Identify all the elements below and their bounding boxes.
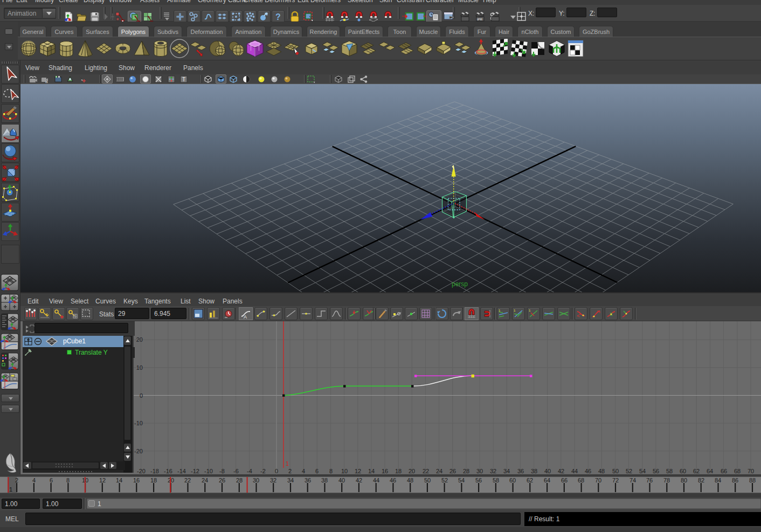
svg-text:32: 32 xyxy=(490,468,496,474)
svg-text:36: 36 xyxy=(305,477,311,483)
svg-text:-20: -20 xyxy=(137,468,146,474)
svg-text:60: 60 xyxy=(509,477,516,483)
svg-text:30: 30 xyxy=(253,477,259,483)
svg-text:6: 6 xyxy=(50,477,53,483)
svg-text:-4: -4 xyxy=(247,468,252,474)
svg-text:38: 38 xyxy=(321,477,328,483)
svg-text:1: 1 xyxy=(514,309,516,312)
svg-text:62: 62 xyxy=(527,477,533,483)
svg-text:30: 30 xyxy=(476,468,483,474)
svg-text:persp: persp xyxy=(452,280,468,288)
svg-text:42: 42 xyxy=(356,477,362,483)
svg-text:78: 78 xyxy=(663,477,670,483)
svg-text:58: 58 xyxy=(666,468,673,474)
svg-text:42: 42 xyxy=(558,468,564,474)
svg-text:12: 12 xyxy=(355,468,361,474)
svg-text:-10: -10 xyxy=(204,468,213,474)
svg-text:10: 10 xyxy=(136,364,143,371)
svg-text:4: 4 xyxy=(302,468,305,474)
svg-text:-8: -8 xyxy=(219,468,225,474)
svg-text:22: 22 xyxy=(184,477,191,483)
svg-text:34: 34 xyxy=(503,468,510,474)
svg-text:72: 72 xyxy=(612,477,619,483)
svg-text:-16: -16 xyxy=(164,468,172,474)
svg-text:-6: -6 xyxy=(233,468,239,474)
svg-text:70: 70 xyxy=(748,468,754,474)
svg-text:14: 14 xyxy=(116,477,122,483)
svg-text:76: 76 xyxy=(646,477,653,483)
svg-text:16: 16 xyxy=(133,477,140,483)
svg-text:54: 54 xyxy=(458,477,465,483)
svg-text:62: 62 xyxy=(693,468,700,474)
svg-text:18: 18 xyxy=(395,468,402,474)
svg-text:16: 16 xyxy=(382,468,388,474)
svg-text:14: 14 xyxy=(368,468,375,474)
svg-text:68: 68 xyxy=(578,477,584,483)
svg-text:-18: -18 xyxy=(150,468,159,474)
svg-text:82: 82 xyxy=(698,477,704,483)
svg-text:64: 64 xyxy=(544,477,550,483)
svg-text:12: 12 xyxy=(99,477,106,483)
svg-text:6: 6 xyxy=(315,468,319,474)
svg-text:18: 18 xyxy=(150,477,157,483)
svg-text:44: 44 xyxy=(571,468,578,474)
svg-text:1: 1 xyxy=(499,309,501,312)
svg-text:54: 54 xyxy=(639,468,646,474)
svg-text:0: 0 xyxy=(275,468,278,474)
svg-text:56: 56 xyxy=(653,468,659,474)
svg-text:40: 40 xyxy=(544,468,551,474)
svg-text:28: 28 xyxy=(463,468,469,474)
svg-text:46: 46 xyxy=(585,468,591,474)
svg-text:?: ? xyxy=(275,12,281,22)
svg-text:A: A xyxy=(244,314,247,319)
svg-text:50: 50 xyxy=(612,468,619,474)
svg-text:36: 36 xyxy=(517,468,524,474)
svg-text:88: 88 xyxy=(749,477,756,483)
svg-text:20: 20 xyxy=(136,336,143,343)
svg-text:86: 86 xyxy=(732,477,738,483)
svg-text:24: 24 xyxy=(436,468,442,474)
svg-text:1: 1 xyxy=(529,309,531,312)
svg-text:32: 32 xyxy=(270,477,276,483)
svg-text:8: 8 xyxy=(66,477,70,483)
svg-text:68: 68 xyxy=(734,468,741,474)
svg-text:4: 4 xyxy=(32,477,36,483)
svg-text:26: 26 xyxy=(449,468,456,474)
svg-text:20: 20 xyxy=(409,468,415,474)
svg-text:50: 50 xyxy=(424,477,431,483)
svg-text:64: 64 xyxy=(707,468,713,474)
svg-text:52: 52 xyxy=(626,468,632,474)
svg-text:70: 70 xyxy=(595,477,601,483)
svg-text:8: 8 xyxy=(329,468,333,474)
svg-text:2: 2 xyxy=(15,477,18,483)
svg-text:34: 34 xyxy=(287,477,294,483)
svg-text:56: 56 xyxy=(475,477,482,483)
svg-text:84: 84 xyxy=(715,477,721,483)
svg-text:T: T xyxy=(182,77,185,82)
svg-text:48: 48 xyxy=(598,468,605,474)
svg-text:74: 74 xyxy=(629,477,636,483)
svg-text:10: 10 xyxy=(341,468,348,474)
svg-text:-2: -2 xyxy=(260,468,266,474)
svg-text:28: 28 xyxy=(236,477,243,483)
svg-text:66: 66 xyxy=(561,477,568,483)
svg-text:60: 60 xyxy=(680,468,686,474)
svg-text:38: 38 xyxy=(531,468,537,474)
svg-text:1: 1 xyxy=(9,486,12,493)
svg-text:26: 26 xyxy=(219,477,225,483)
svg-text:IPR: IPR xyxy=(477,18,483,21)
svg-text:0: 0 xyxy=(140,392,143,399)
svg-text:52: 52 xyxy=(441,477,448,483)
svg-text:40: 40 xyxy=(338,477,345,483)
svg-text:a: a xyxy=(45,79,48,84)
svg-text:44: 44 xyxy=(373,477,379,483)
svg-text:80: 80 xyxy=(681,477,687,483)
svg-text:1: 1 xyxy=(286,460,289,467)
svg-text:58: 58 xyxy=(493,477,499,483)
svg-text:2: 2 xyxy=(288,468,292,474)
svg-text:-12: -12 xyxy=(191,468,199,474)
svg-text:48: 48 xyxy=(407,477,413,483)
svg-text:22: 22 xyxy=(423,468,429,474)
svg-text:-14: -14 xyxy=(177,468,186,474)
svg-text:24: 24 xyxy=(202,477,208,483)
